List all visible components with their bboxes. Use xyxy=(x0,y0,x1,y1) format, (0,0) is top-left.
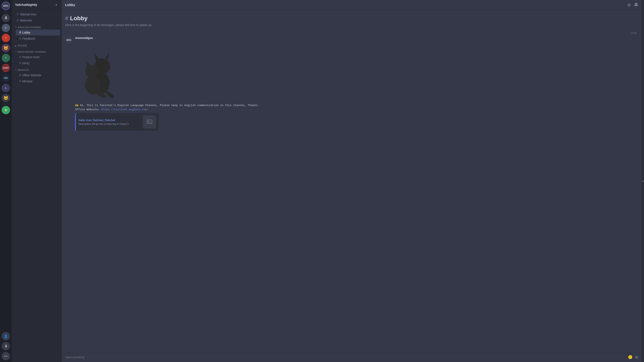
section-benchmark-channel[interactable]: ▼ Benchmark Channel xyxy=(12,48,62,54)
main-header: Lobby ⊞ xyxy=(62,0,642,10)
sidebar-title: TailchatNightly xyxy=(15,3,55,6)
server-sidebar: MRG ⬇ F T 🐱 T FAIRY </> L 🐱 + 👤 ⬇ ••• xyxy=(0,0,12,362)
channel-item-infoq[interactable]: # InfoQ xyxy=(16,60,60,66)
messages-area: # Lobby Here is the beginning of all mes… xyxy=(62,10,642,352)
server-icon-l[interactable]: L xyxy=(2,84,10,92)
hash-icon: # xyxy=(19,73,21,77)
channel-sidebar: TailchatNightly ▲ # Tailchat Intro # Wel… xyxy=(12,0,62,362)
link-preview-text: Hello from Tailchat | Tailchat Descripti… xyxy=(78,119,140,126)
chevron-right-icon: ▶ xyxy=(15,45,17,47)
hash-big-icon: # xyxy=(65,15,68,22)
channel-intro-desc: Here is the beginning of all messages, p… xyxy=(65,23,638,27)
hash-icon: # xyxy=(19,61,21,65)
message-author: moonrailgun xyxy=(75,36,638,40)
hash-icon: # xyxy=(19,31,21,34)
website-channels: # Office Website # Ministar xyxy=(12,72,62,84)
channel-item-office-website[interactable]: # Office Website xyxy=(16,72,60,78)
svg-point-13 xyxy=(148,121,149,122)
server-divider-1 xyxy=(2,12,9,12)
chevron-down-icon: ▼ xyxy=(15,26,17,28)
section-english-channel[interactable]: ▼ English Channel xyxy=(12,23,62,29)
chevron-down-icon: ▼ xyxy=(15,69,17,71)
link-preview-desc: Description will go into a meta tag in <… xyxy=(78,123,140,126)
input-icons: 🙂 ⊕ xyxy=(628,355,638,360)
hash-icon: # xyxy=(19,79,21,83)
link-preview: Hello from Tailchat | Tailchat Descripti… xyxy=(75,113,158,131)
svg-point-8 xyxy=(85,76,101,94)
svg-text:MRG: MRG xyxy=(66,39,71,41)
cat-image xyxy=(75,41,121,102)
time-divider: 15:08 xyxy=(65,32,638,35)
more-options-icon[interactable]: ••• xyxy=(2,352,10,360)
header-icons: ⊞ xyxy=(628,2,638,7)
channel-title: Lobby xyxy=(65,3,75,7)
server-divider-2 xyxy=(2,104,9,104)
svg-point-1 xyxy=(636,3,637,4)
message-input[interactable] xyxy=(65,356,626,359)
server-icon-anime[interactable]: 🐱 xyxy=(2,44,10,52)
chevron-down-icon: ▼ xyxy=(15,51,17,53)
link-preview-title[interactable]: Hello from Tailchat | Tailchat xyxy=(78,119,140,122)
members-icon[interactable] xyxy=(634,2,638,7)
channel-intro: # Lobby Here is the beginning of all mes… xyxy=(65,15,638,27)
message-group: MRG moonrailgun xyxy=(65,36,638,131)
main-area: Lobby ⊞ # Lobby Here is the beginning of… xyxy=(62,0,642,362)
input-area: 🙂 ⊕ xyxy=(62,352,642,362)
channel-item-welcome[interactable]: # Welcome xyxy=(13,17,60,23)
server-icon-download[interactable]: ⬇ xyxy=(2,14,10,22)
server-icon-t2[interactable]: T xyxy=(2,54,10,62)
add-server-button[interactable]: + xyxy=(2,106,10,114)
channel-item-product-hunt[interactable]: # Product Hunt xyxy=(16,54,60,60)
hash-icon: # xyxy=(17,18,18,22)
server-icon-t1[interactable]: T xyxy=(2,34,10,42)
hash-icon: # xyxy=(17,12,18,16)
emoji-icon[interactable]: 🙂 xyxy=(628,355,632,360)
sidebar-collapse-button[interactable]: ▲ xyxy=(55,3,58,6)
server-icon-f[interactable]: F xyxy=(2,24,10,32)
section-zhongwen[interactable]: ▶ 中文社区 xyxy=(12,42,62,48)
hash-icon: # xyxy=(19,55,21,59)
office-website-link[interactable]: https://tailchat.msgbyte.com/ xyxy=(101,108,148,111)
server-icon-fairytail[interactable]: FAIRY xyxy=(2,64,10,72)
sidebar-header: TailchatNightly ▲ xyxy=(12,0,62,9)
server-icon-cat[interactable]: 🐱 xyxy=(2,94,10,102)
link-preview-image xyxy=(143,115,156,129)
channel-item-feedback[interactable]: # Feedback xyxy=(16,36,60,41)
add-reaction-icon[interactable]: ⊕ xyxy=(635,355,638,360)
avatar-moonrailgun: MRG xyxy=(65,36,72,44)
hash-icon: # xyxy=(19,37,21,40)
english-channel-channels: # Lobby # Feedback xyxy=(12,30,62,41)
channel-item-ministar[interactable]: # Ministar xyxy=(16,78,60,84)
layout-icon[interactable]: ⊞ xyxy=(628,3,631,7)
message-content: moonrailgun xyxy=(75,36,638,131)
server-icon-code[interactable]: </> xyxy=(2,74,10,82)
channel-item-lobby[interactable]: # Lobby xyxy=(16,30,60,35)
message-text: 🙌 Hi, This is Tailchat's English Languag… xyxy=(75,103,638,112)
server-icon-mrg[interactable]: MRG xyxy=(2,2,10,10)
right-panel-toggle[interactable]: ◀ xyxy=(642,0,644,362)
user-profile-icon[interactable]: 👤 xyxy=(2,332,10,340)
download-icon[interactable]: ⬇ xyxy=(2,342,10,350)
channel-item-tailchat-intro[interactable]: # Tailchat Intro xyxy=(13,11,60,17)
channel-list: # Tailchat Intro # Welcome ▼ English Cha… xyxy=(12,9,62,362)
benchmark-channel-channels: # Product Hunt # InfoQ xyxy=(12,54,62,66)
svg-marker-7 xyxy=(106,52,110,60)
section-website[interactable]: ▼ Website xyxy=(12,66,62,72)
right-panel-arrow-icon: ◀ xyxy=(642,180,644,182)
svg-point-9 xyxy=(85,65,98,78)
svg-point-0 xyxy=(635,3,636,4)
channel-intro-title: # Lobby xyxy=(65,15,638,22)
